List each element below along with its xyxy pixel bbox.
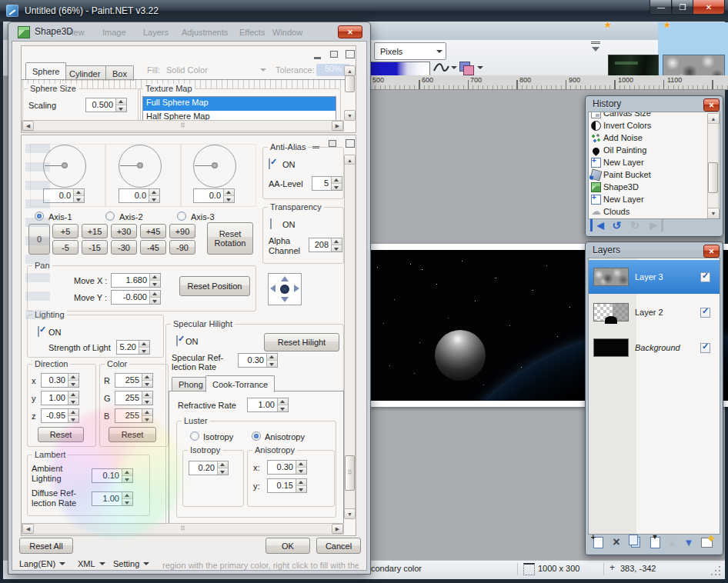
spin-up-button[interactable] xyxy=(296,461,306,467)
pad-right-icon[interactable] xyxy=(294,285,299,292)
spin-down-button[interactable] xyxy=(74,195,84,202)
alpha-channel-spinner[interactable]: 208 xyxy=(309,238,342,252)
rotation-value-2-spinner[interactable]: 0.0 xyxy=(119,188,160,203)
restore-button[interactable]: ❐ xyxy=(671,0,694,15)
toolbar-overflow-icon[interactable] xyxy=(591,42,600,53)
spin-up-button[interactable] xyxy=(139,341,149,347)
panel1-scroll-left[interactable]: ◀ xyxy=(22,121,34,131)
history-item[interactable]: Canvas Size xyxy=(589,112,706,119)
aa-level-spinner[interactable]: 5 xyxy=(312,176,342,191)
move-y-spinner[interactable]: -0.600 xyxy=(111,290,161,305)
move-layer-up-button[interactable]: ▲ xyxy=(664,535,680,550)
panel1-scroll-right[interactable]: ▶ xyxy=(332,121,343,131)
rotate-minus5-button[interactable]: -5 xyxy=(52,240,78,255)
tab-box[interactable]: Box xyxy=(105,65,134,81)
history-item[interactable]: Add Noise xyxy=(589,132,706,144)
units-dropdown[interactable]: Pixels xyxy=(374,42,446,60)
spin-up-button[interactable] xyxy=(68,409,78,415)
panel1-scroll-down[interactable]: ▼ xyxy=(344,110,356,121)
panel-restore-icon[interactable] xyxy=(330,51,338,58)
minimize-button[interactable]: — xyxy=(650,0,673,15)
history-item[interactable]: Shape3D xyxy=(589,181,706,193)
history-scroll-down[interactable]: ▼ xyxy=(707,208,720,219)
spin-down-button[interactable] xyxy=(296,467,306,474)
panel2-scroll-left[interactable]: ◀ xyxy=(22,524,34,534)
panel2-hscrollbar[interactable]: ◀ ▶ xyxy=(22,523,344,535)
anisotropy-radio[interactable] xyxy=(252,431,261,441)
anisotropy-y-spinner[interactable]: 0.15 xyxy=(267,478,307,493)
spin-up-button[interactable] xyxy=(267,354,277,360)
history-item[interactable]: Oil Painting xyxy=(589,144,706,156)
flood-mode-icon[interactable] xyxy=(459,62,473,75)
isotropy-spinner[interactable]: 0.20 xyxy=(189,461,229,475)
spin-up-button[interactable] xyxy=(332,238,342,245)
rotate-minus45-button[interactable]: -45 xyxy=(140,240,166,255)
spin-up-button[interactable] xyxy=(278,398,288,405)
panel-maximize-icon[interactable] xyxy=(346,139,355,148)
texture-map-option-selected[interactable]: Full Sphere Map xyxy=(143,97,336,111)
spin-down-button[interactable] xyxy=(68,380,78,387)
panel1-hscrollbar[interactable]: ◀ ▶ xyxy=(22,120,344,132)
spin-down-button[interactable] xyxy=(267,360,277,367)
panel2-scroll-thumb[interactable] xyxy=(345,455,355,491)
panel2-scroll-right[interactable]: ▶ xyxy=(332,524,343,534)
undo-button[interactable]: ↺ xyxy=(609,219,624,232)
axis3-radio[interactable] xyxy=(177,212,186,221)
rotate-plus30-button[interactable]: +30 xyxy=(111,224,137,238)
layer-row-background[interactable]: Background xyxy=(589,331,720,365)
spin-up-button[interactable] xyxy=(68,391,78,398)
history-item[interactable]: New Layer xyxy=(589,156,706,168)
rotate-plus15-button[interactable]: +15 xyxy=(82,224,108,238)
spin-up-button[interactable] xyxy=(116,98,126,105)
move-x-spinner[interactable]: 1.680 xyxy=(111,273,161,288)
curve-tool-icon[interactable] xyxy=(432,61,449,75)
window-titlebar[interactable]: Untitled (66%) - Paint.NET v3.22 xyxy=(0,0,728,22)
history-item[interactable]: New Layer xyxy=(589,193,706,205)
direction-x-spinner[interactable]: 0.30 xyxy=(41,373,79,388)
tolerance-slider[interactable] xyxy=(370,62,430,76)
layer-visible-checkbox[interactable] xyxy=(700,343,710,353)
isotropy-radio[interactable] xyxy=(190,431,199,441)
spin-up-button[interactable] xyxy=(142,391,152,398)
reset-hilight-button[interactable]: Reset Hilight xyxy=(264,333,339,351)
ok-button[interactable]: OK xyxy=(265,538,310,554)
spin-up-button[interactable] xyxy=(74,189,84,195)
dialog-close-icon[interactable]: ✕ xyxy=(338,25,362,38)
lang-menu[interactable]: Lang(EN) xyxy=(15,558,70,570)
rotation-dial-3[interactable] xyxy=(193,145,236,188)
spin-up-button[interactable] xyxy=(296,479,306,485)
history-rewind-button[interactable]: ◀ xyxy=(590,219,608,232)
layer-row-layer3[interactable]: Layer 3 xyxy=(589,260,720,294)
reset-rotation-button[interactable]: Reset Rotation xyxy=(207,222,253,255)
panel-maximize-icon[interactable] xyxy=(346,50,355,58)
color-r-spinner[interactable]: 255 xyxy=(115,373,153,388)
history-item[interactable]: Paint Bucket xyxy=(589,168,706,181)
tab-sphere[interactable]: Sphere xyxy=(25,62,66,79)
panel2-scroll-down[interactable]: ▼ xyxy=(344,508,356,519)
layer-visible-checkbox[interactable] xyxy=(700,272,710,282)
redo-button[interactable]: ↻ xyxy=(627,219,643,232)
history-item[interactable]: Invert Colors xyxy=(589,119,706,132)
spin-down-button[interactable] xyxy=(68,398,78,405)
spin-down-button[interactable] xyxy=(142,380,152,387)
cancel-button[interactable]: Cancel xyxy=(316,538,361,554)
rotation-dial-2[interactable] xyxy=(119,145,162,188)
spin-up-button[interactable] xyxy=(150,291,160,297)
move-layer-down-button[interactable]: ▼ xyxy=(681,535,696,550)
history-scrollbar[interactable] xyxy=(707,123,719,209)
direction-z-spinner[interactable]: -0.95 xyxy=(41,408,79,423)
rotate-plus45-button[interactable]: +45 xyxy=(140,224,166,238)
anti-alias-on-checkbox[interactable] xyxy=(269,158,270,169)
spin-down-button[interactable] xyxy=(150,297,160,304)
spin-down-button[interactable] xyxy=(116,105,126,112)
rotate-minus90-button[interactable]: -90 xyxy=(169,240,195,255)
panel2-scrollbar[interactable] xyxy=(344,164,356,510)
spin-down-button[interactable] xyxy=(218,468,228,475)
tab-cook-torrance[interactable]: Cook-Torrance xyxy=(205,375,275,392)
tab-phong[interactable]: Phong xyxy=(172,377,210,391)
lighting-on-checkbox[interactable] xyxy=(38,326,39,337)
transparency-on-checkbox[interactable] xyxy=(270,218,272,229)
layer-properties-button[interactable] xyxy=(699,535,714,550)
pad-center-dot[interactable] xyxy=(280,285,289,294)
rotate-plus5-button[interactable]: +5 xyxy=(52,224,78,238)
